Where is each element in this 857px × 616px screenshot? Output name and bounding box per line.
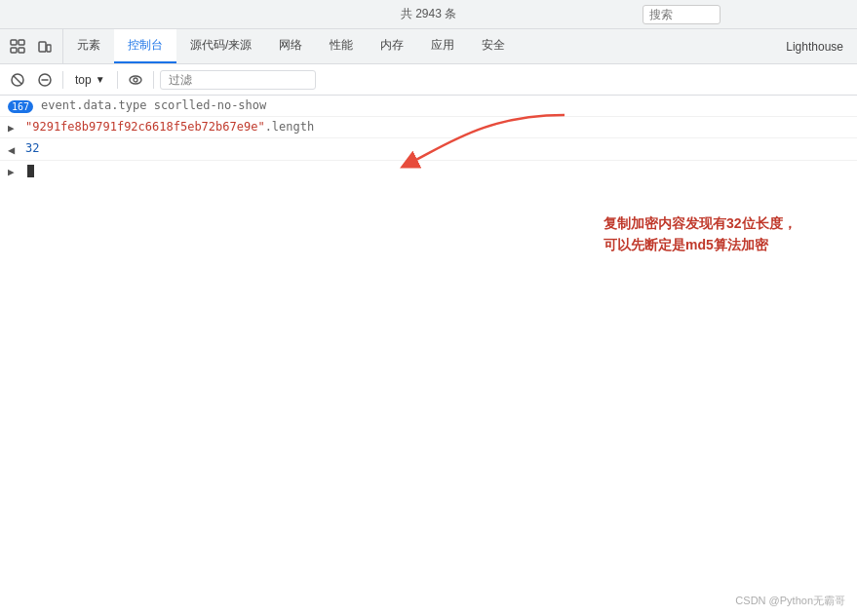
console-line-1: 167 event.data.type scorlled-no-show — [0, 96, 857, 117]
cursor-expand-icon: ▶ — [8, 166, 19, 178]
line-number-32: 32 — [25, 141, 39, 155]
tab-security[interactable]: 安全 — [468, 29, 519, 63]
line-badge-1: 167 — [8, 100, 33, 113]
context-label: top — [75, 73, 92, 87]
expand-icon-2[interactable]: ▶ — [8, 122, 19, 135]
clear-console-button[interactable] — [6, 68, 29, 92]
svg-rect-2 — [11, 48, 17, 53]
cursor-blink — [27, 165, 34, 177]
tabs-bar: 元素 控制台 源代码/来源 网络 性能 内存 应用 安全 Lighthouse — [0, 29, 857, 64]
svg-rect-4 — [39, 42, 46, 52]
line-string-value: "9291fe8b9791f92c6618f5eb72b67e9e" — [25, 120, 265, 134]
console-cursor-line[interactable]: ▶ — [0, 161, 857, 181]
toolbar-divider-2 — [117, 71, 118, 89]
inspect-icon[interactable] — [6, 35, 29, 58]
console-main: 167 event.data.type scorlled-no-show ▶ "… — [0, 96, 857, 616]
devtools-icons — [0, 29, 63, 63]
tab-sources[interactable]: 源代码/来源 — [176, 29, 265, 63]
dropdown-arrow-icon: ▼ — [96, 74, 105, 85]
svg-rect-0 — [11, 40, 17, 45]
watermark: CSDN @Python无霸哥 — [735, 594, 845, 608]
svg-line-7 — [14, 76, 21, 84]
svg-rect-5 — [47, 45, 51, 52]
result-arrow-icon: ◀ — [8, 143, 19, 157]
console-line-2: ▶ "9291fe8b9791f92c6618f5eb72b67e9e" .le… — [0, 117, 857, 138]
svg-point-10 — [130, 76, 141, 84]
line-dot-length: .length — [265, 120, 315, 134]
svg-rect-1 — [19, 40, 24, 45]
context-selector[interactable]: top ▼ — [69, 71, 111, 89]
console-toolbar: top ▼ — [0, 64, 857, 96]
watch-expressions-button[interactable] — [124, 68, 147, 92]
device-toolbar-icon[interactable] — [33, 35, 57, 58]
tab-elements[interactable]: 元素 — [63, 29, 114, 63]
tab-network[interactable]: 网络 — [265, 29, 316, 63]
tab-application[interactable]: 应用 — [417, 29, 468, 63]
top-bar: 共 2943 条 — [0, 0, 857, 29]
svg-rect-3 — [19, 48, 24, 53]
svg-point-11 — [134, 78, 137, 82]
toolbar-divider-1 — [62, 71, 63, 89]
line-text-1: event.data.type scorlled-no-show — [41, 98, 266, 112]
search-area — [643, 5, 721, 24]
tab-memory[interactable]: 内存 — [367, 29, 417, 63]
search-input[interactable] — [643, 5, 721, 24]
toolbar-divider-3 — [153, 71, 154, 89]
filter-input[interactable] — [160, 70, 316, 90]
console-output: 167 event.data.type scorlled-no-show ▶ "… — [0, 96, 857, 616]
console-line-3: ◀ 32 — [0, 138, 857, 161]
record-count: 共 2943 条 — [401, 6, 456, 22]
block-requests-button[interactable] — [33, 68, 57, 92]
tab-console[interactable]: 控制台 — [114, 29, 176, 63]
tab-lighthouse[interactable]: Lighthouse — [772, 29, 857, 63]
tab-performance[interactable]: 性能 — [316, 29, 367, 63]
